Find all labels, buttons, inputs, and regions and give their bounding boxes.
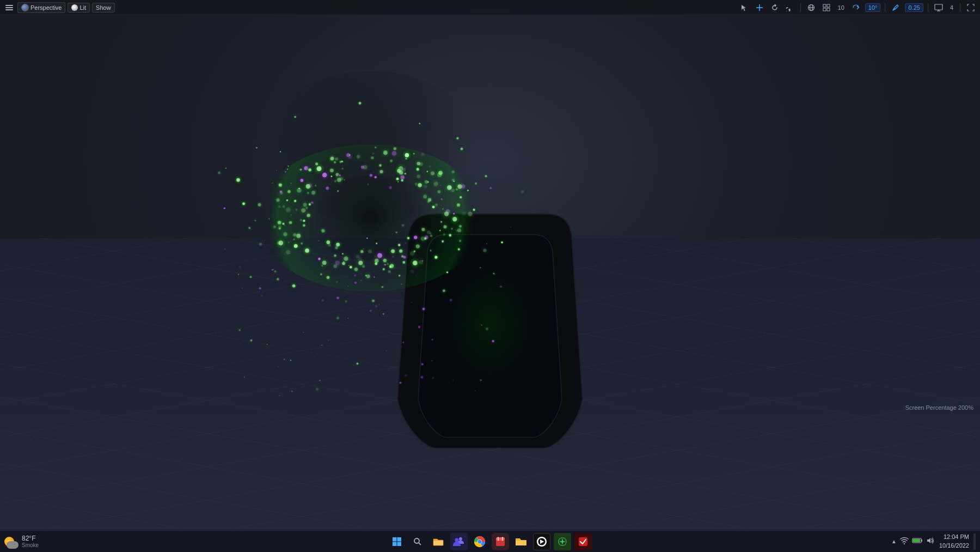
lit-button[interactable]: Lit — [68, 3, 90, 13]
taskbar-search-button[interactable] — [409, 533, 426, 550]
svg-rect-17 — [397, 542, 402, 546]
svg-rect-13 — [438, 263, 542, 399]
fullscreen-button[interactable] — [965, 2, 977, 14]
screen-percentage-display: Screen Percentage 200% — [905, 404, 973, 411]
clock-time: 12:04 PM — [939, 533, 969, 541]
svg-rect-37 — [921, 539, 922, 542]
svg-point-25 — [478, 539, 482, 543]
toolbar-right: 10 10° 0.25 — [738, 2, 977, 14]
svg-rect-6 — [827, 4, 830, 7]
toolbar-separator-1 — [800, 3, 801, 12]
svg-point-18 — [414, 538, 419, 543]
show-label: Show — [96, 4, 111, 11]
crosshair-tool-button[interactable] — [754, 2, 765, 14]
svg-rect-31 — [516, 541, 526, 545]
svg-rect-14 — [393, 537, 397, 542]
altar-base — [392, 208, 588, 448]
svg-point-22 — [455, 538, 459, 542]
lit-circle-icon — [71, 4, 78, 11]
svg-rect-16 — [393, 542, 397, 546]
taskbar-chrome-button[interactable] — [471, 533, 488, 550]
viewport-toolbar: Perspective Lit Show — [0, 0, 980, 15]
portal-container — [376, 132, 604, 448]
screen-value: 4 — [948, 4, 955, 11]
svg-line-9 — [894, 8, 895, 9]
screen-percentage-value: 200% — [958, 404, 973, 411]
weather-icon — [4, 535, 19, 549]
svg-rect-15 — [397, 537, 402, 542]
svg-point-34 — [904, 543, 905, 544]
svg-rect-28 — [496, 537, 505, 541]
svg-rect-8 — [827, 8, 830, 11]
svg-rect-7 — [823, 8, 826, 11]
toolbar-separator-3 — [928, 3, 928, 12]
windows-start-button[interactable] — [388, 533, 406, 550]
svg-rect-10 — [935, 4, 942, 10]
perspective-button[interactable]: Perspective — [17, 2, 65, 13]
grid-value: 10 — [836, 4, 847, 11]
select-tool-button[interactable] — [738, 2, 750, 14]
lit-label: Lit — [79, 4, 86, 11]
draw-value: 0.25 — [905, 3, 923, 12]
system-tray: ▲ — [891, 537, 935, 546]
taskbar-green-app-button[interactable] — [554, 533, 571, 550]
svg-rect-5 — [823, 4, 826, 7]
taskbar-unreal-button[interactable] — [533, 533, 550, 550]
taskbar: 82°F Smoke — [0, 530, 980, 552]
weather-condition: Smoke — [22, 542, 39, 548]
toolbar-separator-2 — [885, 3, 885, 12]
draw-tool-button[interactable] — [890, 2, 902, 14]
taskbar-red-app-button[interactable] — [574, 533, 592, 550]
tray-show-hidden-button[interactable]: ▲ — [891, 538, 897, 544]
taskbar-teams-button[interactable] — [450, 533, 468, 550]
screen-button[interactable] — [933, 2, 945, 14]
perspective-globe-icon — [21, 4, 29, 11]
screen-percentage-label: Screen Percentage — [905, 404, 957, 411]
refresh-button-2[interactable] — [784, 2, 796, 14]
svg-rect-36 — [913, 539, 920, 542]
show-desktop-button[interactable] — [973, 533, 976, 550]
taskbar-file-explorer-button[interactable] — [430, 533, 447, 550]
weather-info: 82°F Smoke — [22, 535, 39, 548]
hamburger-menu-button[interactable] — [3, 3, 15, 13]
toolbar-left: Perspective Lit Show — [3, 2, 736, 13]
rotation-snap-value: 10° — [865, 3, 881, 12]
taskbar-center — [388, 533, 592, 550]
refresh-button-1[interactable] — [769, 2, 781, 14]
rotation-snap-button[interactable] — [850, 2, 862, 14]
taskbar-folder-button[interactable] — [512, 533, 530, 550]
svg-point-21 — [459, 537, 462, 541]
grid-settings-button[interactable] — [820, 2, 832, 14]
svg-rect-20 — [433, 541, 443, 545]
clock-date: 10/16/2022 — [939, 542, 969, 550]
battery-icon[interactable] — [912, 537, 923, 545]
svg-line-19 — [419, 543, 421, 545]
wifi-icon[interactable] — [900, 537, 909, 546]
svg-point-32 — [561, 541, 564, 543]
taskbar-clock[interactable]: 12:04 PM 10/16/2022 — [939, 533, 969, 550]
weather-widget: 82°F Smoke — [4, 535, 39, 549]
volume-icon[interactable] — [926, 537, 935, 546]
perspective-label: Perspective — [30, 4, 62, 11]
taskbar-app5-button[interactable] — [492, 533, 509, 550]
weather-temp: 82°F — [22, 535, 39, 542]
world-settings-button[interactable] — [805, 2, 817, 14]
taskbar-right: ▲ — [891, 533, 976, 550]
show-button[interactable]: Show — [92, 3, 115, 13]
toolbar-separator-4 — [960, 3, 960, 12]
